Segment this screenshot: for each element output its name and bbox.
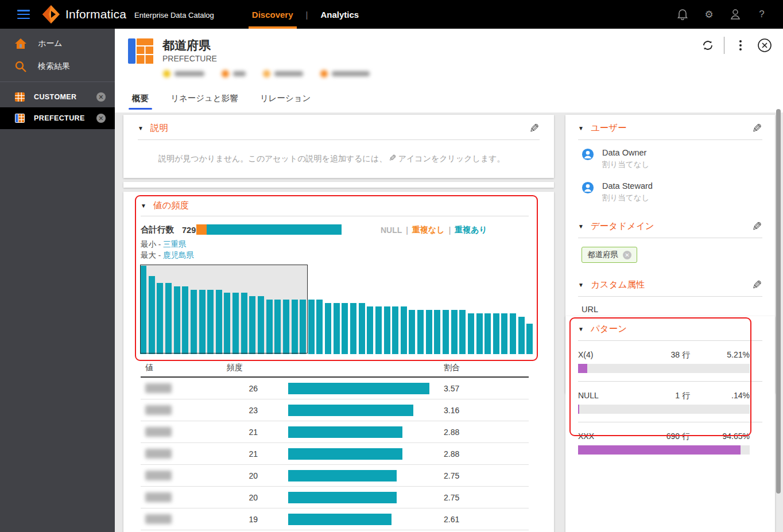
section-divider xyxy=(141,216,529,216)
histogram-bar[interactable] xyxy=(451,310,458,354)
data-domain-chip[interactable]: 都道府県 ✕ xyxy=(582,247,637,263)
pattern-percent: 94.65% xyxy=(698,432,750,441)
frequency-bar xyxy=(288,383,429,394)
histogram-bar[interactable] xyxy=(468,313,474,354)
histogram-bar[interactable] xyxy=(308,300,315,354)
section-title: ユーザー xyxy=(591,122,627,134)
histogram-bar[interactable] xyxy=(334,303,340,354)
histogram-bar[interactable] xyxy=(342,303,348,354)
histogram-bar[interactable] xyxy=(484,313,491,354)
collapse-triangle-icon[interactable]: ▼ xyxy=(578,223,585,230)
tab-0[interactable]: 概要 xyxy=(125,90,156,112)
histogram-selection-box[interactable] xyxy=(140,265,308,354)
histogram-bar[interactable] xyxy=(350,303,356,354)
histogram-bar[interactable] xyxy=(359,303,365,354)
histogram-bar[interactable] xyxy=(501,313,507,354)
histogram-bar[interactable] xyxy=(459,310,466,354)
notifications-bell-icon[interactable] xyxy=(676,8,689,21)
redacted-value-cell xyxy=(145,492,172,502)
tab-1[interactable]: リネージュと影響 xyxy=(164,90,245,112)
refresh-icon[interactable] xyxy=(700,37,716,53)
legend-item[interactable]: 重複なし xyxy=(412,225,445,235)
left-sidebar: ホーム 検索結果 CUSTOMER ✕ PREFECT xyxy=(0,29,115,532)
section-divider xyxy=(578,340,762,341)
more-options-kebab-icon[interactable] xyxy=(732,37,749,53)
frequency-bar xyxy=(288,405,413,416)
histogram-bar[interactable] xyxy=(443,310,449,354)
help-icon[interactable]: ? xyxy=(755,8,768,21)
user-assignment: 割り当てなし xyxy=(602,160,649,170)
histogram-bar[interactable] xyxy=(367,306,373,354)
close-asset-icon[interactable]: ✕ xyxy=(96,114,106,123)
histogram-bar[interactable] xyxy=(384,306,390,354)
frequency-cell: 19 xyxy=(205,515,258,524)
sidebar-item-home[interactable]: ホーム xyxy=(0,32,115,55)
table-row: 212.88 xyxy=(141,421,529,443)
histogram-bar[interactable] xyxy=(476,313,483,354)
tab-2[interactable]: リレーション xyxy=(253,90,318,112)
edit-pencil-icon[interactable]: ✎ xyxy=(752,220,762,232)
histogram-bar[interactable] xyxy=(325,303,331,354)
nav-item-analytics[interactable]: Analytics xyxy=(308,0,371,29)
brand-name: Informatica xyxy=(65,7,126,21)
legend-separator: | xyxy=(406,226,408,235)
collapse-triangle-icon[interactable]: ▼ xyxy=(578,282,585,288)
section-title: パターン xyxy=(591,323,627,335)
frequency-cell: 21 xyxy=(205,449,258,459)
page: Informatica Enterprise Data Catalog Disc… xyxy=(0,0,783,532)
edit-pencil-icon[interactable]: ✎ xyxy=(752,279,762,291)
histogram-bar[interactable] xyxy=(409,310,415,354)
remove-chip-icon[interactable]: ✕ xyxy=(623,251,631,259)
pattern-bar-fill xyxy=(578,445,741,455)
sidebar-asset-label: CUSTOMER xyxy=(34,93,77,101)
histogram-bar[interactable] xyxy=(493,313,499,354)
asset-badge[interactable] xyxy=(158,68,209,80)
histogram-bar[interactable] xyxy=(434,310,440,354)
histogram-bar[interactable] xyxy=(518,317,525,354)
vertical-scrollbar-thumb[interactable] xyxy=(776,109,781,494)
legend-item[interactable]: 重複あり xyxy=(455,225,487,235)
frequency-bar-cell xyxy=(288,448,437,460)
edit-pencil-icon[interactable]: ✎ xyxy=(529,122,540,134)
asset-badge[interactable] xyxy=(258,68,308,80)
sidebar-item-search-results[interactable]: 検索結果 xyxy=(0,55,115,78)
histogram-bar[interactable] xyxy=(316,300,323,354)
legend-item[interactable]: NULL xyxy=(381,226,402,235)
histogram-bar[interactable] xyxy=(401,306,407,354)
frequency-histogram xyxy=(140,264,535,354)
pattern-row: X(4)38 行5.21% xyxy=(578,350,762,373)
collapse-triangle-icon[interactable]: ▼ xyxy=(138,125,145,131)
close-icon[interactable] xyxy=(757,37,773,53)
histogram-bar[interactable] xyxy=(510,313,516,354)
histogram-bar[interactable] xyxy=(392,306,398,354)
sidebar-asset-customer[interactable]: CUSTOMER ✕ xyxy=(0,87,115,107)
close-asset-icon[interactable]: ✕ xyxy=(96,92,106,102)
hamburger-menu-icon[interactable] xyxy=(17,10,30,19)
pattern-line: NULL1 行.14% xyxy=(578,391,762,401)
collapse-triangle-icon[interactable]: ▼ xyxy=(141,203,148,209)
collapse-triangle-icon[interactable]: ▼ xyxy=(578,125,585,131)
histogram-bar[interactable] xyxy=(375,306,382,354)
total-bar-segment xyxy=(207,224,342,235)
nav-item-discovery[interactable]: Discovery xyxy=(239,0,306,29)
asset-badge[interactable] xyxy=(217,68,250,80)
frequency-bar xyxy=(288,492,397,503)
settings-gear-icon[interactable]: ⚙ xyxy=(703,8,715,21)
pattern-percent: 5.21% xyxy=(698,350,750,359)
percent-cell: 2.75 xyxy=(444,493,529,502)
sidebar-asset-prefecture[interactable]: PREFECTURE ✕ xyxy=(0,107,115,129)
frequency-bar-cell xyxy=(288,426,437,438)
histogram-bar[interactable] xyxy=(426,310,432,354)
collapse-triangle-icon[interactable]: ▼ xyxy=(578,326,585,332)
histogram-bar[interactable] xyxy=(526,324,533,354)
histogram-bar[interactable] xyxy=(417,310,424,354)
min-value-link[interactable]: 三重県 xyxy=(163,240,187,248)
badge-redacted-text xyxy=(233,71,246,76)
pattern-name: NULL xyxy=(578,391,641,400)
user-profile-icon[interactable] xyxy=(729,8,742,21)
edit-pencil-icon[interactable]: ✎ xyxy=(752,122,762,134)
asset-badge[interactable] xyxy=(316,68,374,80)
frequency-table: 値 頻度 割合 263.57233.16212.88212.88202.7520… xyxy=(141,363,529,530)
pattern-rows: X(4)38 行5.21%NULL1 行.14%XXX690 行94.65% xyxy=(578,350,762,455)
max-value-link[interactable]: 鹿児島県 xyxy=(163,251,194,259)
